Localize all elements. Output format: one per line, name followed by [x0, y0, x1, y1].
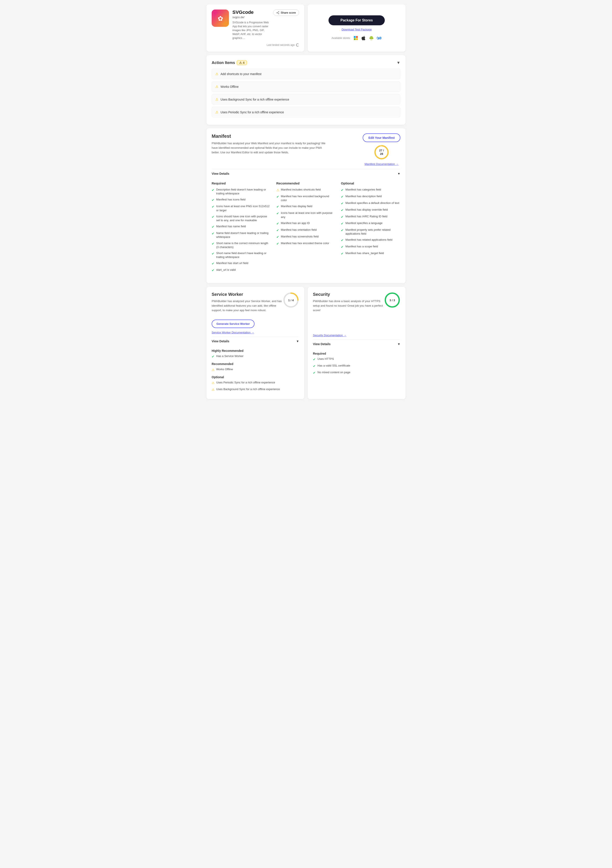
- check-icon: ✔: [341, 228, 344, 232]
- sw-title: Service Worker: [212, 292, 283, 297]
- check-icon: ✔: [313, 370, 316, 375]
- action-item-3: ⚠ Uses Periodic Sync for a rich offline …: [212, 107, 400, 118]
- stores-row: Available stores:: [332, 36, 382, 41]
- manifest-section: Manifest PWABuilder has analyzed your We…: [207, 128, 405, 283]
- package-card: Package For Stores Download Test Package…: [308, 4, 405, 52]
- check-icon: ✔: [341, 214, 344, 219]
- svg-point-18: [372, 37, 372, 37]
- security-score-circle: 3 / 3: [384, 292, 400, 308]
- manifest-rec-3: ✔Icons have at least one icon with purpo…: [276, 211, 336, 219]
- security-score-text: 3 / 3: [390, 298, 395, 302]
- manifest-rec-1: ✔Manifest has hex encoded background col…: [276, 194, 336, 202]
- action-items-list: ⚠ Add shortcuts to your manifest ⚠ Works…: [212, 68, 400, 118]
- warning-icon-2: ⚠: [215, 97, 218, 101]
- security-details: Required ✔ Uses HTTPS ✔ Has a valid SSL …: [313, 352, 400, 375]
- check-icon: ✔: [313, 364, 316, 368]
- warn-icon: ⚠: [212, 381, 214, 385]
- sw-view-details-bar[interactable]: View Details ▼: [212, 337, 299, 346]
- warn-icon: ⚠: [212, 367, 214, 372]
- check-icon: ✔: [341, 201, 344, 206]
- download-test-package-link[interactable]: Download Test Package: [342, 28, 371, 31]
- manifest-title: Manifest: [212, 133, 329, 139]
- check-icon: ✔: [212, 251, 214, 256]
- warn-icon: ⚠: [212, 387, 214, 392]
- security-view-details-bar[interactable]: View Details ▼: [313, 339, 400, 348]
- security-title: Security: [313, 292, 384, 297]
- manifest-doc-link[interactable]: Manifest Documentation →: [365, 163, 399, 166]
- svg-rect-10: [356, 38, 358, 40]
- sec-req-0: ✔ Uses HTTPS: [313, 357, 400, 361]
- check-icon: ✔: [212, 198, 214, 202]
- sw-details: Highly Recommended ✔ Has a Service Worke…: [212, 349, 299, 392]
- action-items-collapse-icon[interactable]: ▼: [396, 60, 400, 65]
- check-icon: ✔: [341, 251, 344, 256]
- manifest-req-8: ✔Manifest has start url field: [212, 261, 271, 266]
- manifest-opt-1: ✔Manifest has description field: [341, 194, 400, 199]
- svg-rect-7: [354, 36, 356, 38]
- warning-icon-badge: ⚠: [239, 61, 242, 64]
- manifest-score-circle: 27 / 28: [374, 145, 389, 160]
- manifest-req-3: ✔Icons should have one icon with purpose…: [212, 214, 271, 222]
- check-icon: ✔: [212, 261, 214, 266]
- check-icon: ✔: [313, 357, 316, 361]
- svg-rect-8: [356, 36, 358, 38]
- manifest-right: Edit Your Manifest 27 / 28 Manifest Docu…: [363, 133, 400, 166]
- manifest-view-details-bar[interactable]: View Details ▼: [212, 169, 400, 178]
- app-desc: SVGcode is a Progressive Web App that le…: [232, 20, 270, 40]
- sw-opt-0: ⚠ Uses Periodic Sync for a rich offline …: [212, 381, 299, 385]
- manifest-req-7: ✔Short name field doesn't have leading o…: [212, 251, 271, 259]
- edit-manifest-button[interactable]: Edit Your Manifest: [363, 133, 400, 142]
- svg-point-2: [278, 11, 279, 12]
- manifest-req-5: ✔Name field doesn't have leading or trai…: [212, 231, 271, 239]
- svg-line-5: [277, 12, 278, 12]
- refresh-icon: [296, 43, 299, 46]
- svg-rect-14: [373, 38, 373, 39]
- check-icon: ✔: [276, 228, 279, 232]
- check-icon: ✔: [276, 241, 279, 246]
- sw-score-circle: 1 / 4: [283, 292, 299, 308]
- action-item-2: ⚠ Uses Background Sync for a rich offlin…: [212, 94, 400, 105]
- sec-req-1: ✔ Has a valid SSL certificate: [313, 364, 400, 368]
- svg-rect-9: [354, 38, 356, 40]
- share-score-button[interactable]: Share score: [273, 9, 299, 16]
- app-info-card: ✿ SVGcode svgco.de/ SVGcode is a Progres…: [207, 4, 304, 52]
- manifest-req-0: ✔Description field doesn't have leading …: [212, 188, 271, 195]
- sw-details-chevron: ▼: [296, 339, 299, 343]
- svg-point-19: [377, 37, 378, 39]
- manifest-opt-7: ✔Manifest has related applications field: [341, 238, 400, 242]
- sw-hr-0: ✔ Has a Service Worker: [212, 354, 299, 359]
- security-details-chevron: ▼: [397, 342, 400, 346]
- check-icon: ✔: [276, 194, 279, 199]
- manifest-req-9: ✔start_url is valid: [212, 268, 271, 273]
- check-icon: ✔: [341, 245, 344, 249]
- security-doc-area: Security Documentation →: [313, 333, 400, 337]
- manifest-score-text: 27 / 28: [379, 149, 384, 155]
- generate-service-worker-button[interactable]: Generate Service Worker: [212, 319, 255, 328]
- action-item-1: ⚠ Works Offline: [212, 81, 400, 92]
- manifest-req-6: ✔Short name is the correct minimum lengt…: [212, 241, 271, 249]
- sw-doc-link[interactable]: Service Worker Documentation →: [212, 331, 254, 334]
- manifest-recommended-col: Recommended ⚠Manifest includes shortcuts…: [276, 181, 336, 274]
- check-icon: ✔: [276, 211, 279, 215]
- check-icon: ✔: [276, 221, 279, 226]
- security-doc-link[interactable]: Security Documentation →: [313, 334, 346, 337]
- manifest-rec-2: ✔Manifest has display field: [276, 205, 336, 209]
- check-icon: ✔: [276, 235, 279, 239]
- manifest-optional-col: Optional ✔Manifest has categories field …: [341, 181, 400, 274]
- check-icon: ✔: [212, 241, 214, 246]
- sec-req-2: ✔ No mixed content on page: [313, 370, 400, 375]
- manifest-rec-6: ✔Manifest has screenshots field: [276, 235, 336, 239]
- manifest-opt-9: ✔Manifest has share_target field: [341, 251, 400, 256]
- warning-icon-3: ⚠: [215, 110, 218, 114]
- action-items-card: Action Items ⚠ 4 ▼ ⚠ Add shortcuts to yo…: [207, 55, 405, 125]
- action-items-title: Action Items ⚠ 4: [212, 60, 247, 65]
- svg-rect-16: [371, 40, 372, 40]
- check-icon: ✔: [212, 231, 214, 236]
- check-icon: ✔: [341, 208, 344, 212]
- package-for-stores-button[interactable]: Package For Stores: [329, 16, 385, 25]
- svg-text:✿: ✿: [218, 15, 223, 22]
- sw-actions: Generate Service Worker Service Worker D…: [212, 319, 299, 334]
- svg-point-17: [370, 37, 371, 37]
- security-desc: PWABuilder has done a basic analysis of …: [313, 299, 384, 313]
- manifest-req-4: ✔Manifest has name field: [212, 225, 271, 229]
